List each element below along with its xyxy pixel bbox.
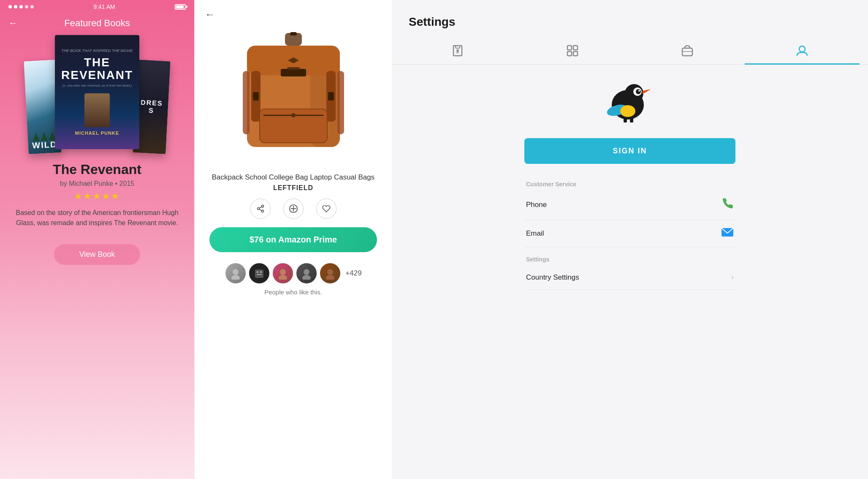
tab-grid[interactable] bbox=[515, 37, 630, 64]
books-carousel: WILD THE BOOK THAT INSPIRED THE MOVIE TH… bbox=[0, 35, 194, 158]
buy-button[interactable]: $76 on Amazon Prime bbox=[209, 227, 377, 252]
logo-area bbox=[605, 82, 655, 125]
settings-item-email[interactable]: Email bbox=[524, 220, 735, 248]
settings-tabs bbox=[392, 37, 868, 65]
favorite-button[interactable] bbox=[316, 199, 336, 219]
svg-point-19 bbox=[261, 210, 263, 212]
panel-product: ← bbox=[194, 0, 392, 479]
bag-icon bbox=[681, 44, 694, 57]
email-icon bbox=[721, 228, 734, 240]
share-button[interactable] bbox=[250, 199, 271, 219]
panel-books: 9:41 AM ← Featured Books WILD THE BOOK T… bbox=[0, 0, 194, 479]
book-card-revenant[interactable]: THE BOOK THAT INSPIRED THE MOVIE THEREVE… bbox=[55, 35, 139, 149]
svg-point-34 bbox=[302, 275, 311, 280]
product-image-container bbox=[195, 24, 392, 172]
svg-rect-56 bbox=[630, 117, 633, 122]
svg-point-36 bbox=[326, 275, 334, 280]
sign-in-button[interactable]: SIGN IN bbox=[524, 138, 735, 164]
books-header: ← Featured Books bbox=[0, 14, 194, 35]
dot3 bbox=[19, 5, 23, 8]
battery-fill bbox=[176, 5, 184, 8]
tree1 bbox=[33, 132, 40, 141]
svg-point-32 bbox=[279, 275, 287, 280]
avatar-3 bbox=[272, 262, 294, 284]
svg-rect-43 bbox=[573, 52, 578, 56]
svg-point-46 bbox=[799, 46, 805, 52]
dot4 bbox=[25, 5, 28, 8]
product-back-button[interactable]: ← bbox=[205, 8, 215, 20]
tab-profile[interactable] bbox=[745, 37, 860, 64]
product-header: ← bbox=[195, 0, 392, 24]
svg-rect-6 bbox=[287, 67, 300, 70]
svg-point-50 bbox=[636, 89, 641, 94]
settings-item-country[interactable]: Country Settings › bbox=[524, 265, 735, 290]
dot1 bbox=[8, 5, 12, 8]
settings-body: SIGN IN Customer Service Phone Email bbox=[392, 65, 868, 479]
view-book-button[interactable]: View Book bbox=[54, 244, 141, 265]
avatar-count: +429 bbox=[345, 269, 361, 278]
book-author-year: by Michael Punke • 2015 bbox=[13, 180, 182, 188]
tab-bag[interactable] bbox=[630, 37, 745, 64]
svg-line-21 bbox=[259, 207, 262, 208]
avatar-5 bbox=[319, 262, 341, 284]
bullet: • bbox=[115, 180, 119, 187]
customer-service-section-label: Customer Service bbox=[524, 181, 735, 188]
product-actions bbox=[195, 199, 392, 219]
book-year: 2015 bbox=[119, 180, 135, 187]
people-label: People who like this. bbox=[264, 288, 322, 296]
svg-rect-44 bbox=[682, 48, 692, 56]
svg-point-51 bbox=[638, 90, 640, 92]
tab-store[interactable] bbox=[400, 37, 515, 64]
svg-rect-41 bbox=[573, 46, 578, 50]
book-description: Based on the story of the American front… bbox=[13, 208, 182, 228]
back-button[interactable]: ← bbox=[8, 18, 18, 29]
people-section: +429 People who like this. bbox=[195, 262, 392, 296]
svg-point-39 bbox=[456, 49, 459, 52]
revenant-tagline: THE BOOK THAT INSPIRED THE MOVIE bbox=[62, 49, 133, 54]
revenant-title: THEREVENANT bbox=[61, 56, 133, 82]
battery-icon bbox=[175, 4, 186, 10]
svg-rect-27 bbox=[255, 269, 263, 278]
settings-section-label: Settings bbox=[524, 256, 735, 263]
svg-point-26 bbox=[231, 275, 240, 280]
svg-rect-42 bbox=[567, 52, 572, 56]
book-info: The Revenant by Michael Punke • 2015 ★★★… bbox=[0, 158, 194, 240]
avatar-4 bbox=[296, 262, 317, 284]
profile-icon bbox=[795, 44, 809, 57]
book-main-title: The Revenant bbox=[13, 162, 182, 177]
add-button[interactable] bbox=[283, 199, 304, 219]
svg-point-31 bbox=[280, 269, 286, 275]
svg-rect-28 bbox=[257, 271, 258, 273]
phone-label: Phone bbox=[526, 201, 547, 209]
store-icon bbox=[451, 44, 464, 57]
star-rating: ★★★★★ bbox=[13, 191, 182, 202]
wild-title: WILD bbox=[32, 139, 57, 150]
settings-title: Settings bbox=[392, 0, 868, 37]
settings-item-phone[interactable]: Phone bbox=[524, 190, 735, 220]
phone-icon bbox=[722, 198, 734, 212]
status-bar: 9:41 AM bbox=[0, 0, 194, 14]
svg-line-20 bbox=[259, 209, 262, 210]
revenant-author: MICHAEL PUNKE bbox=[75, 131, 119, 136]
chevron-right-icon: › bbox=[731, 273, 734, 282]
svg-rect-29 bbox=[260, 271, 262, 273]
revenant-figure bbox=[84, 93, 110, 127]
country-label: Country Settings bbox=[526, 273, 579, 282]
svg-rect-30 bbox=[257, 274, 262, 275]
settings-list: Customer Service Phone Email bbox=[524, 181, 735, 290]
panel-settings: Settings bbox=[392, 0, 868, 479]
svg-marker-52 bbox=[643, 89, 651, 94]
product-image bbox=[234, 29, 353, 164]
people-avatars: +429 bbox=[225, 262, 361, 284]
svg-point-25 bbox=[233, 269, 239, 275]
svg-point-54 bbox=[620, 105, 635, 117]
svg-rect-55 bbox=[624, 117, 627, 122]
svg-point-17 bbox=[261, 205, 263, 207]
svg-rect-5 bbox=[281, 69, 306, 76]
revenant-subtitle: (n. one who has returned, as if from the… bbox=[62, 84, 132, 87]
svg-point-35 bbox=[327, 269, 333, 275]
svg-rect-1 bbox=[290, 32, 297, 35]
avatar-1 bbox=[225, 262, 247, 284]
page-title: Featured Books bbox=[64, 18, 130, 29]
signal-dots bbox=[8, 5, 34, 8]
